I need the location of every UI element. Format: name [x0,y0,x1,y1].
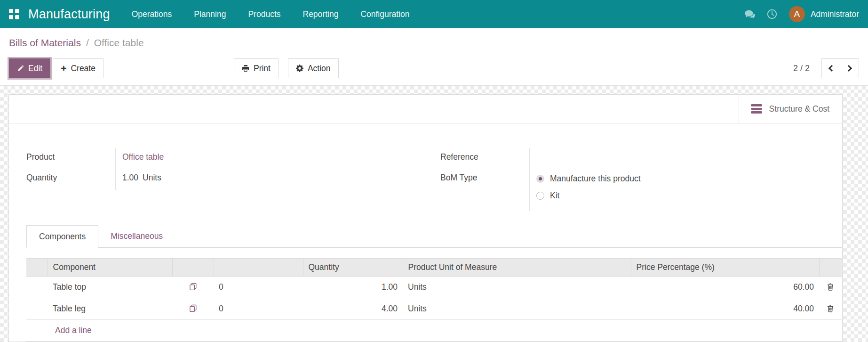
nav-item-products[interactable]: Products [248,9,280,19]
field-reference-label: Reference [440,148,529,169]
chevron-left-icon [828,65,835,72]
field-quantity-uom: Units [143,173,161,182]
chevron-right-icon [845,65,852,72]
main-menu: Operations Planning Products Reporting C… [132,9,410,19]
components-table: Component Quantity Product Unit of Measu… [26,258,842,342]
bars-icon [751,104,762,114]
form-fields: Product Office table Quantity 1.00Units [9,123,842,211]
field-reference-value [529,148,824,169]
smart-button-box: Structure & Cost [9,95,842,123]
col-component[interactable]: Component [48,259,172,277]
app-title[interactable]: Manufacturing [28,7,110,22]
radio-selected-icon [536,175,544,183]
table-row[interactable]: Table leg 0 4.00 [26,298,842,320]
field-bom-type: BoM Type Manufacture this product Kit [440,169,824,211]
gear-icon [296,65,303,72]
quantity-cell: 1.00 [303,277,403,298]
pager-previous-button[interactable] [821,58,840,78]
user-menu[interactable]: A Administrator [789,6,859,22]
field-product: Product Office table [26,148,410,169]
notebook: Components Miscellaneous Component [26,225,842,342]
forecast-cell: 0 [214,298,303,320]
quantity-cell: 4.00 [303,298,403,320]
sheet-background: Structure & Cost Product Office table Qu… [0,86,868,342]
radio-manufacture-this-product[interactable]: Manufacture this product [536,173,824,190]
col-handle [26,259,48,277]
breadcrumb-current: Office table [94,37,144,49]
col-delete [819,259,842,277]
printer-icon [242,65,249,72]
tab-miscellaneous[interactable]: Miscellaneous [98,225,175,247]
apps-grid-icon[interactable] [9,9,19,19]
manufacturing-app-window: Manufacturing Operations Planning Produc… [0,0,868,342]
breadcrumb-separator: / [86,37,89,49]
component-cell: Table leg [48,298,172,320]
tab-bar: Components Miscellaneous [26,225,842,248]
pager-next-button[interactable] [840,58,859,78]
field-quantity-value: 1.00 [122,173,138,182]
print-button[interactable]: Print [234,58,279,78]
uom-cell: Units [403,298,631,320]
pager-value[interactable]: 2 / 2 [793,64,810,73]
pencil-icon [17,65,24,72]
field-reference: Reference [440,148,824,169]
chat-bubbles-icon[interactable] [745,9,755,19]
col-copy [172,259,214,277]
row-handle-cell [26,298,48,320]
nav-item-planning[interactable]: Planning [194,9,226,19]
nav-item-configuration[interactable]: Configuration [360,9,409,19]
component-cell: Table top [48,277,172,298]
pager: 2 / 2 [793,58,859,78]
col-uom[interactable]: Product Unit of Measure [403,259,631,277]
nav-item-operations[interactable]: Operations [132,9,172,19]
col-price-percentage[interactable]: Price Percentage (%) [631,259,819,277]
user-avatar: A [789,6,805,22]
form-sheet: Structure & Cost Product Office table Qu… [8,94,843,342]
trash-icon[interactable] [827,305,834,314]
create-button[interactable]: + Create [53,58,104,78]
field-bom-type-label: BoM Type [440,169,529,211]
forecast-cell: 0 [214,277,303,298]
col-quantity[interactable]: Quantity [303,259,403,277]
field-product-value[interactable]: Office table [122,152,164,162]
navbar-systray: A Administrator [745,6,859,22]
clock-icon[interactable] [767,9,777,19]
row-handle-cell [26,277,48,298]
add-line-row: Add a line [26,320,842,342]
field-quantity: Quantity 1.00Units [26,169,410,190]
uom-cell: Units [403,277,631,298]
breadcrumb-parent-link[interactable]: Bills of Materials [9,37,81,49]
action-button[interactable]: Action [288,58,339,78]
control-panel: Edit + Create Print [0,53,868,86]
radio-kit[interactable]: Kit [536,190,824,207]
copy-icon[interactable] [190,304,197,314]
copy-icon[interactable] [190,283,197,292]
structure-cost-button[interactable]: Structure & Cost [739,95,842,123]
plus-icon: + [61,63,66,73]
nav-item-reporting[interactable]: Reporting [303,9,339,19]
tab-components[interactable]: Components [26,225,98,248]
edit-button[interactable]: Edit [9,58,50,78]
radio-unselected-icon [536,192,544,200]
trash-icon[interactable] [827,283,834,292]
table-row[interactable]: Table top 0 1.00 [26,277,842,298]
col-forecast [214,259,303,277]
price-percentage-cell: 40.00 [631,298,819,320]
top-navbar: Manufacturing Operations Planning Produc… [0,0,868,28]
field-quantity-label: Quantity [26,169,115,190]
breadcrumb: Bills of Materials / Office table [0,28,868,53]
price-percentage-cell: 60.00 [631,277,819,298]
add-a-line-link[interactable]: Add a line [55,326,92,335]
field-product-label: Product [26,148,115,169]
user-name: Administrator [811,9,859,19]
